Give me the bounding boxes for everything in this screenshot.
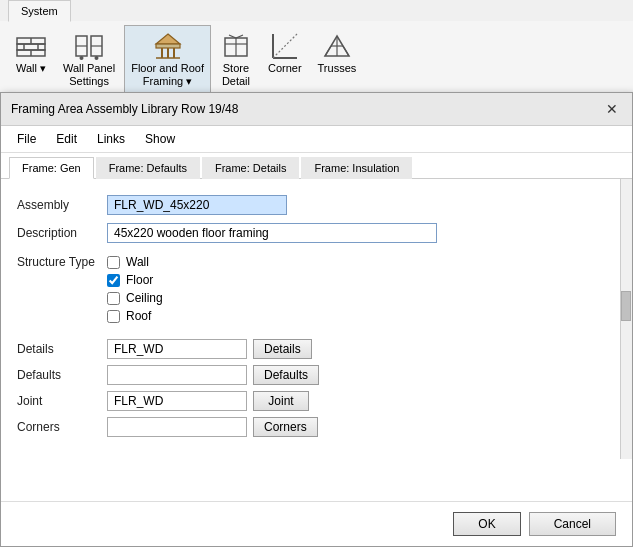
corner-button[interactable]: Corner bbox=[261, 25, 309, 93]
dialog-title: Framing Area Assembly Library Row 19/48 bbox=[11, 102, 238, 116]
tab-details[interactable]: Frame: Details bbox=[202, 157, 300, 179]
dialog-body: Assembly Description Structure Type Wall… bbox=[1, 179, 632, 459]
store-detail-label: StoreDetail bbox=[222, 62, 250, 88]
cancel-button[interactable]: Cancel bbox=[529, 512, 616, 536]
dialog-titlebar: Framing Area Assembly Library Row 19/48 … bbox=[1, 93, 632, 126]
checkbox-roof[interactable] bbox=[107, 310, 120, 323]
floor-roof-framing-icon bbox=[152, 30, 184, 62]
svg-rect-1 bbox=[17, 44, 45, 50]
ok-button[interactable]: OK bbox=[453, 512, 520, 536]
dialog: Framing Area Assembly Library Row 19/48 … bbox=[0, 92, 633, 547]
defaults-row: Defaults Defaults bbox=[17, 365, 616, 385]
menu-show[interactable]: Show bbox=[137, 130, 183, 148]
wall-button[interactable]: Wall ▾ bbox=[8, 25, 54, 93]
svg-line-24 bbox=[273, 34, 297, 58]
wall-icon bbox=[15, 30, 47, 62]
ribbon-tab-system[interactable]: System bbox=[8, 0, 71, 22]
joint-button[interactable]: Joint bbox=[253, 391, 309, 411]
joint-field-label: Joint bbox=[17, 394, 107, 408]
svg-line-29 bbox=[343, 46, 349, 56]
details-input[interactable] bbox=[107, 339, 247, 359]
ribbon-tab-bar: System bbox=[0, 0, 633, 21]
menu-edit[interactable]: Edit bbox=[48, 130, 85, 148]
svg-marker-13 bbox=[156, 34, 180, 44]
assembly-label: Assembly bbox=[17, 198, 107, 212]
details-button[interactable]: Details bbox=[253, 339, 312, 359]
checkbox-ceiling-row[interactable]: Ceiling bbox=[107, 291, 616, 305]
checkbox-roof-row[interactable]: Roof bbox=[107, 309, 616, 323]
checkbox-wall-label: Wall bbox=[126, 255, 149, 269]
tab-gen[interactable]: Frame: Gen bbox=[9, 157, 94, 179]
menu-bar: File Edit Links Show bbox=[1, 126, 632, 153]
close-button[interactable]: ✕ bbox=[602, 99, 622, 119]
scrollbar[interactable] bbox=[620, 179, 632, 459]
checkbox-roof-label: Roof bbox=[126, 309, 151, 323]
corners-button[interactable]: Corners bbox=[253, 417, 318, 437]
corners-input[interactable] bbox=[107, 417, 247, 437]
checkboxes: Wall Floor Ceiling Roof bbox=[107, 255, 616, 323]
structure-type-label: Structure Type bbox=[17, 255, 107, 269]
svg-line-28 bbox=[325, 46, 331, 56]
tab-bar: Frame: Gen Frame: Defaults Frame: Detail… bbox=[1, 153, 632, 179]
details-field-label: Details bbox=[17, 342, 107, 356]
trusses-icon bbox=[321, 30, 353, 62]
checkbox-floor-label: Floor bbox=[126, 273, 153, 287]
joint-row: Joint Joint bbox=[17, 391, 616, 411]
description-input[interactable] bbox=[107, 223, 437, 243]
dialog-footer: OK Cancel bbox=[1, 501, 632, 546]
floor-roof-framing-button[interactable]: Floor and RoofFraming ▾ bbox=[124, 25, 211, 93]
corner-label: Corner bbox=[268, 62, 302, 75]
description-row: Description bbox=[17, 223, 616, 243]
scrollbar-thumb[interactable] bbox=[621, 291, 631, 321]
checkbox-floor-row[interactable]: Floor bbox=[107, 273, 616, 287]
menu-links[interactable]: Links bbox=[89, 130, 133, 148]
trusses-label: Trusses bbox=[318, 62, 357, 75]
defaults-field-label: Defaults bbox=[17, 368, 107, 382]
trusses-button[interactable]: Trusses bbox=[311, 25, 364, 93]
floor-roof-framing-label: Floor and RoofFraming ▾ bbox=[131, 62, 204, 88]
assembly-input[interactable] bbox=[107, 195, 287, 215]
svg-point-11 bbox=[80, 56, 84, 60]
corners-field-label: Corners bbox=[17, 420, 107, 434]
defaults-input[interactable] bbox=[107, 365, 247, 385]
wall-label: Wall ▾ bbox=[16, 62, 46, 75]
details-row: Details Details bbox=[17, 339, 616, 359]
checkbox-ceiling-label: Ceiling bbox=[126, 291, 163, 305]
structure-type-section: Structure Type Wall Floor Ceiling Roof bbox=[17, 255, 616, 323]
corners-row: Corners Corners bbox=[17, 417, 616, 437]
ribbon-group-btns: Wall ▾ Wall PanelSettings bbox=[8, 25, 363, 93]
checkbox-wall-row[interactable]: Wall bbox=[107, 255, 616, 269]
svg-point-12 bbox=[95, 56, 99, 60]
wall-panel-settings-button[interactable]: Wall PanelSettings bbox=[56, 25, 122, 93]
corner-icon bbox=[269, 30, 301, 62]
defaults-button[interactable]: Defaults bbox=[253, 365, 319, 385]
checkbox-floor[interactable] bbox=[107, 274, 120, 287]
tab-defaults[interactable]: Frame: Defaults bbox=[96, 157, 200, 179]
assembly-row: Assembly bbox=[17, 195, 616, 215]
store-detail-button[interactable]: StoreDetail bbox=[213, 25, 259, 93]
wall-panel-settings-icon bbox=[73, 30, 105, 62]
checkbox-wall[interactable] bbox=[107, 256, 120, 269]
tab-insulation[interactable]: Frame: Insulation bbox=[301, 157, 412, 179]
joint-input[interactable] bbox=[107, 391, 247, 411]
store-detail-icon bbox=[220, 30, 252, 62]
description-label: Description bbox=[17, 226, 107, 240]
checkbox-ceiling[interactable] bbox=[107, 292, 120, 305]
svg-rect-14 bbox=[156, 44, 180, 48]
wall-panel-settings-label: Wall PanelSettings bbox=[63, 62, 115, 88]
details-section: Details Details Defaults Defaults Joint … bbox=[17, 339, 616, 437]
menu-file[interactable]: File bbox=[9, 130, 44, 148]
